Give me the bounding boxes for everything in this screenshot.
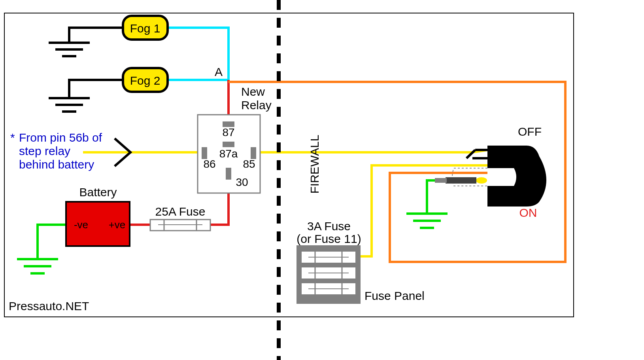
battery-title: Battery — [79, 186, 117, 199]
fog2-ground-wire — [69, 80, 123, 98]
relay: 87 87a 86 85 30 — [198, 115, 260, 193]
battery-ground-wire — [38, 225, 66, 259]
switch-on: ON — [519, 206, 537, 219]
fog1-label: Fog 1 — [130, 22, 161, 35]
fuse-panel-label: Fuse Panel — [364, 289, 425, 302]
junction-a-label: A — [215, 65, 223, 78]
svg-rect-23 — [226, 168, 231, 180]
battery-ground-symbol — [17, 259, 58, 273]
svg-rect-46 — [446, 177, 476, 184]
fuse3-label-l1: 3A Fuse — [307, 220, 351, 233]
svg-rect-21 — [202, 147, 207, 159]
yellow-86-85-wire — [83, 150, 488, 152]
note-l2: step relay — [19, 144, 70, 157]
note-l1: From pin 56b of — [19, 131, 102, 144]
footer-credit: Pressauto.NET — [9, 299, 89, 313]
fog1-light: Fog 1 — [123, 16, 168, 40]
fog1-ground-symbol — [49, 43, 90, 56]
switch-off: OFF — [518, 125, 542, 138]
fog2-label: Fog 2 — [130, 74, 161, 87]
svg-rect-47 — [435, 178, 447, 183]
battery-pos: +ve — [109, 219, 126, 231]
svg-rect-20 — [223, 142, 234, 147]
firewall-label: FIREWALL — [308, 135, 321, 194]
fuse3-label-l2: (or Fuse 11) — [297, 232, 361, 245]
fog1-ground-wire — [69, 28, 123, 43]
switch-ground-wire — [427, 180, 438, 214]
relay-pin-87a: 87a — [219, 148, 238, 160]
relay-pin-87: 87 — [222, 126, 234, 138]
fog2-ground-symbol — [49, 98, 90, 112]
relay-title-l2: Relay — [241, 99, 272, 112]
fuse-25a: 25A Fuse — [150, 205, 210, 231]
relay-pin-30: 30 — [236, 176, 248, 188]
svg-point-45 — [476, 177, 487, 184]
relay-pin-85: 85 — [243, 158, 255, 170]
wiring-svg: Fog 1 Fog 2 A 87 87a 86 85 30 New Relay … — [0, 0, 644, 360]
relay-pin-86: 86 — [203, 158, 215, 170]
battery-neg: -ve — [74, 219, 88, 231]
fog2-light: Fog 2 — [123, 68, 168, 92]
relay-title-l1: New — [241, 85, 265, 98]
battery: Battery -ve +ve — [66, 186, 130, 246]
note-asterisk: * — [10, 131, 15, 144]
switch-ground-symbol — [406, 214, 448, 228]
note-l3: behind battery — [19, 158, 94, 171]
svg-rect-22 — [251, 147, 256, 159]
fuse25-label: 25A Fuse — [155, 205, 206, 218]
